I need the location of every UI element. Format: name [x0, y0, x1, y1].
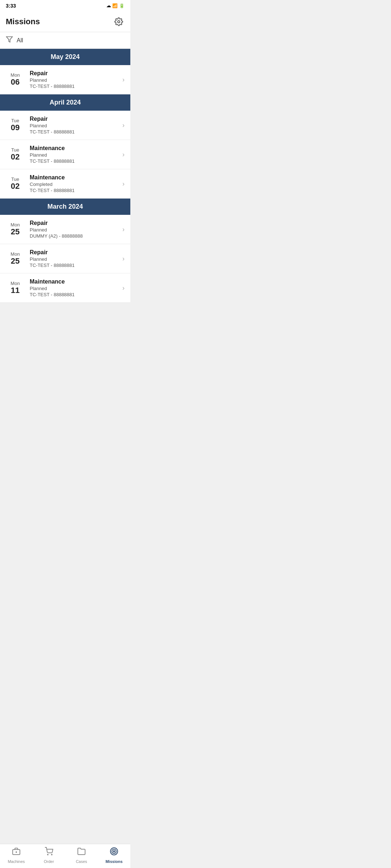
mission-info: Maintenance Planned TC-TEST - 88888881 [30, 278, 119, 297]
mission-item[interactable]: Mon 25 Repair Planned DUMMY (A2) - 88888… [0, 215, 130, 244]
missions-icon [110, 847, 118, 858]
page-title: Missions [6, 17, 40, 26]
chevron-right-icon: › [122, 255, 125, 263]
header: Missions [0, 12, 130, 32]
mission-item[interactable]: Mon 25 Repair Planned TC-TEST - 88888881… [0, 244, 130, 273]
missions-list: May 2024 Mon 06 Repair Planned TC-TEST -… [0, 49, 130, 855]
mission-info: Repair Planned TC-TEST - 88888881 [30, 116, 119, 135]
nav-item-cases[interactable]: Cases [65, 847, 98, 864]
mission-info: Maintenance Planned TC-TEST - 88888881 [30, 145, 119, 164]
wifi-icon: 📶 [112, 3, 118, 8]
month-header-may: May 2024 [0, 49, 130, 65]
month-header-april: April 2024 [0, 94, 130, 111]
chevron-right-icon: › [122, 180, 125, 188]
status-time: 3:33 [6, 3, 16, 9]
mission-info: Repair Planned DUMMY (A2) - 88888888 [30, 220, 119, 239]
nav-label-machines: Machines [8, 859, 25, 864]
date-block: Tue 02 [6, 176, 25, 191]
date-block: Mon 25 [6, 251, 25, 265]
mission-item[interactable]: Tue 02 Maintenance Planned TC-TEST - 888… [0, 140, 130, 169]
mission-item[interactable]: Tue 02 Maintenance Completed TC-TEST - 8… [0, 169, 130, 199]
mission-item[interactable]: Mon 11 Maintenance Planned TC-TEST - 888… [0, 273, 130, 303]
date-block: Tue 02 [6, 147, 25, 161]
filter-bar [0, 32, 130, 49]
status-icons: ☁ 📶 🔋 [106, 3, 125, 8]
date-block: Mon 06 [6, 72, 25, 86]
nav-item-order[interactable]: Order [33, 847, 65, 864]
svg-point-8 [112, 849, 116, 854]
chevron-right-icon: › [122, 76, 125, 84]
svg-point-0 [118, 21, 120, 23]
chevron-right-icon: › [122, 122, 125, 129]
nav-label-missions: Missions [105, 859, 122, 864]
bottom-nav: Machines Order Cases Missions [0, 844, 130, 868]
svg-point-6 [51, 854, 52, 855]
date-block: Mon 25 [6, 222, 25, 236]
mission-info: Repair Planned TC-TEST - 88888881 [30, 70, 119, 89]
nav-label-cases: Cases [76, 859, 87, 864]
chevron-right-icon: › [122, 151, 125, 158]
month-header-march: March 2024 [0, 199, 130, 215]
filter-input[interactable] [17, 37, 125, 44]
mission-item[interactable]: Mon 06 Repair Planned TC-TEST - 88888881… [0, 65, 130, 94]
svg-point-5 [47, 854, 48, 855]
nav-item-machines[interactable]: Machines [0, 847, 33, 864]
date-block: Tue 09 [6, 118, 25, 132]
machines-icon [12, 847, 21, 858]
mission-info: Repair Planned TC-TEST - 88888881 [30, 249, 119, 268]
mission-info: Maintenance Completed TC-TEST - 88888881 [30, 174, 119, 193]
filter-icon [6, 36, 13, 45]
svg-marker-1 [7, 37, 13, 42]
chevron-right-icon: › [122, 226, 125, 233]
nav-item-missions[interactable]: Missions [98, 847, 130, 864]
battery-icon: 🔋 [119, 3, 125, 8]
order-icon [45, 847, 53, 858]
mission-item[interactable]: Tue 09 Repair Planned TC-TEST - 88888881… [0, 111, 130, 140]
chevron-right-icon: › [122, 284, 125, 292]
settings-button[interactable] [113, 16, 125, 27]
status-bar: 3:33 ☁ 📶 🔋 [0, 0, 130, 12]
cases-icon [77, 847, 86, 858]
svg-point-9 [113, 851, 115, 852]
nav-label-order: Order [44, 859, 54, 864]
cloud-icon: ☁ [106, 3, 111, 8]
date-block: Mon 11 [6, 281, 25, 295]
